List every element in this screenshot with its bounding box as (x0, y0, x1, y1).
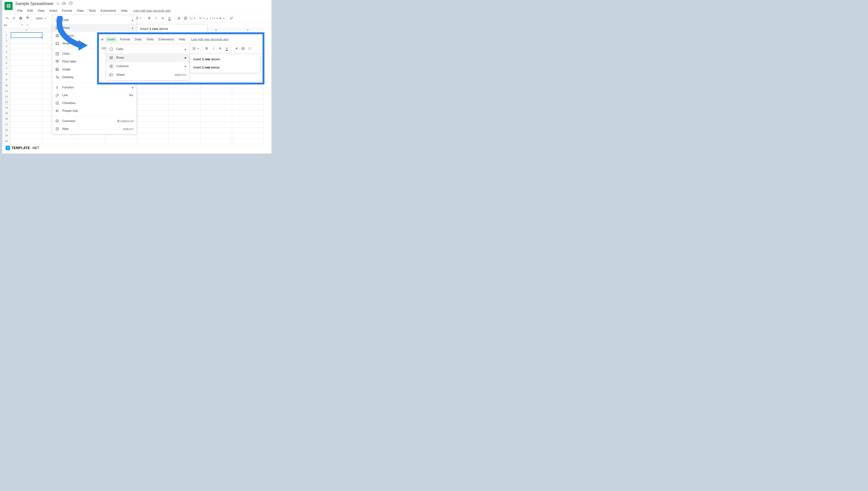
cell[interactable] (232, 105, 264, 111)
cell[interactable] (11, 94, 42, 99)
bold-inset[interactable]: B (204, 46, 210, 52)
text-color-button[interactable]: A (166, 15, 173, 21)
cell[interactable] (169, 133, 200, 138)
cell[interactable] (232, 138, 264, 144)
insert-row-below[interactable]: Insert 1 row below (190, 63, 260, 71)
cell[interactable] (169, 88, 200, 94)
insert-link-button[interactable] (228, 15, 235, 21)
cloud-status-icon[interactable] (69, 1, 73, 6)
row-header[interactable]: 12 (2, 94, 11, 99)
row-header[interactable]: 13 (2, 99, 11, 105)
cell[interactable] (137, 105, 169, 111)
row-header[interactable]: 8 (2, 71, 11, 77)
row-header[interactable]: 16 (2, 116, 11, 122)
sheets-logo[interactable] (4, 2, 13, 10)
doc-title[interactable]: Sample Spreadsheet (15, 1, 53, 6)
col-header[interactable]: A (11, 28, 42, 32)
row-header[interactable]: 3 (2, 44, 11, 49)
menu-item-note[interactable]: NoteShift+F2 (52, 125, 136, 133)
cell[interactable] (11, 105, 42, 111)
menu-item-people-chip[interactable]: People chip (52, 107, 136, 115)
inset-cells[interactable]: Cells▸ (106, 45, 189, 53)
inset-sheet[interactable]: SheetShift+F11 (106, 70, 189, 79)
menu-item-link[interactable]: Link⌘K (52, 91, 136, 99)
text-rotation-button[interactable] (219, 15, 225, 21)
cell[interactable] (232, 94, 264, 99)
formula-bar[interactable]: fx (25, 22, 31, 28)
merge-inset[interactable] (247, 46, 253, 52)
cell[interactable] (11, 138, 42, 144)
inset-rows[interactable]: Rows▸ (106, 53, 189, 62)
cell[interactable] (11, 38, 42, 44)
bold-button[interactable]: B (146, 15, 153, 21)
italic-inset[interactable]: I (210, 46, 217, 52)
strikethrough-button[interactable]: S (159, 15, 166, 21)
cell[interactable] (169, 94, 200, 99)
cell[interactable] (169, 105, 200, 111)
row-header[interactable]: 6 (2, 60, 11, 66)
name-box[interactable]: A1 (2, 22, 25, 28)
row-header[interactable]: 19 (2, 133, 11, 138)
cell[interactable] (137, 127, 169, 133)
cell[interactable] (200, 111, 232, 116)
cell[interactable] (11, 88, 42, 94)
cell[interactable] (232, 99, 264, 105)
cell[interactable] (232, 111, 264, 116)
cell[interactable] (137, 138, 169, 144)
redo-button[interactable] (11, 15, 17, 21)
paint-format-button[interactable] (24, 15, 31, 21)
menu-view[interactable]: View (35, 8, 47, 14)
cell[interactable] (11, 122, 42, 127)
cell[interactable] (169, 116, 200, 122)
cell[interactable] (137, 111, 169, 116)
cell[interactable] (232, 88, 264, 94)
cell[interactable] (169, 138, 200, 144)
text-wrap-button[interactable] (212, 15, 218, 21)
cell[interactable] (11, 60, 42, 66)
cell[interactable] (11, 77, 42, 83)
row-header[interactable]: 1 (2, 32, 11, 38)
menu-help[interactable]: Help (119, 8, 130, 14)
menu-insert[interactable]: Insert (47, 8, 60, 14)
menu-edit[interactable]: Edit (25, 8, 35, 14)
row-header[interactable]: 10 (2, 83, 11, 88)
insert-row-above[interactable]: Insert 1 row above (190, 55, 260, 63)
italic-button[interactable]: I (153, 15, 159, 21)
cell[interactable] (137, 88, 169, 94)
cell[interactable] (42, 138, 74, 144)
row-header[interactable]: 20 (2, 138, 11, 144)
vertical-align-button[interactable] (205, 15, 212, 21)
row-header[interactable]: 2 (2, 38, 11, 44)
undo-button[interactable] (4, 15, 10, 21)
cell[interactable] (137, 133, 169, 138)
menu-item-comment[interactable]: Comment⌘+Option+M (52, 117, 136, 125)
cell[interactable] (232, 122, 264, 127)
menu-format[interactable]: Format (60, 8, 74, 14)
cell[interactable] (11, 71, 42, 77)
row-header[interactable]: 7 (2, 66, 11, 71)
menu-item-function[interactable]: Σ Function▸ (52, 84, 136, 91)
cell[interactable] (232, 127, 264, 133)
last-edit-link[interactable]: Last edit was seconds ago (133, 9, 170, 13)
strike-inset[interactable]: S (217, 46, 223, 52)
cell[interactable] (11, 66, 42, 71)
text-color-inset[interactable]: A (224, 46, 230, 52)
cell[interactable] (200, 133, 232, 138)
cell[interactable] (200, 138, 232, 144)
row-header[interactable]: 11 (2, 88, 11, 94)
cell[interactable] (200, 105, 232, 111)
borders-inset[interactable] (240, 46, 246, 52)
row-header[interactable]: 5 (2, 55, 11, 60)
cell[interactable] (200, 116, 232, 122)
row-header[interactable]: 4 (2, 49, 11, 55)
menu-item-checkbox[interactable]: Checkbox (52, 99, 136, 107)
cell[interactable] (11, 99, 42, 105)
cell[interactable] (200, 127, 232, 133)
menu-item-cells[interactable]: Cells▸ (52, 16, 136, 24)
row-header[interactable]: 14 (2, 105, 11, 111)
menu-extensions[interactable]: Extensions (98, 8, 118, 14)
row-header[interactable]: 18 (2, 127, 11, 133)
cell[interactable] (137, 122, 169, 127)
menu-help-inset[interactable]: Help (177, 36, 187, 42)
cell[interactable] (11, 83, 42, 88)
